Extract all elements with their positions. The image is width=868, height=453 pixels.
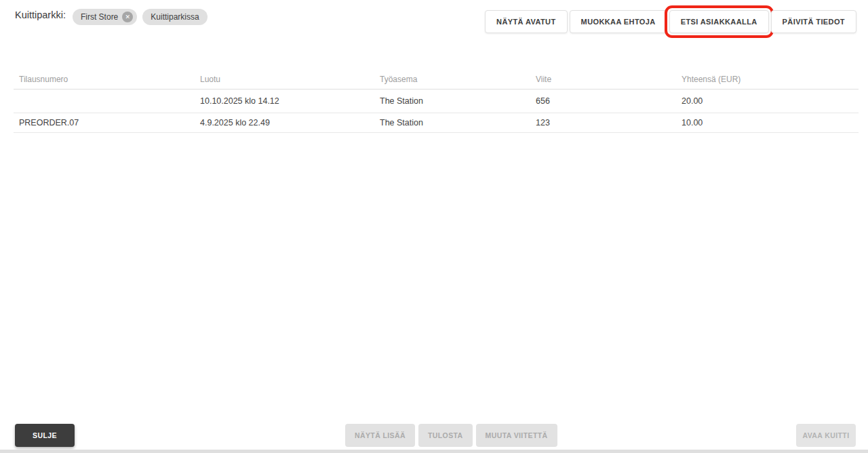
filter-chip-first-store[interactable]: First Store ✕ <box>73 9 137 25</box>
table-cell-tilausnumero: PREORDER.07 <box>14 113 195 132</box>
table-cell-luotu: 4.9.2025 klo 22.49 <box>195 113 374 132</box>
footer-center-buttons: NÄYTÄ LISÄÄ TULOSTA MUUTA VIITETTÄ <box>345 424 557 447</box>
dialog-header: Kuittiparkki: First Store ✕ Kuittiparkis… <box>0 0 868 41</box>
chip-label: First Store <box>81 12 118 22</box>
column-header-yhteensa: Yhteensä (EUR) <box>676 70 859 89</box>
table-row[interactable]: PREORDER.07 4.9.2025 klo 22.49 The Stati… <box>14 113 859 132</box>
table-cell-tyoasema: The Station <box>374 89 530 113</box>
change-reference-button[interactable]: MUUTA VIITETTÄ <box>476 424 557 447</box>
table-cell-viite: 123 <box>530 113 676 132</box>
open-receipt-button[interactable]: AVAA KUITTI <box>796 424 856 447</box>
close-button[interactable]: SULJE <box>15 424 75 447</box>
table-cell-tilausnumero <box>14 89 195 113</box>
table-cell-luotu: 10.10.2025 klo 14.12 <box>195 89 374 113</box>
table-cell-yhteensa: 10.00 <box>676 113 859 132</box>
column-header-viite: Viite <box>530 70 676 89</box>
show-more-button[interactable]: NÄYTÄ LISÄÄ <box>345 424 415 447</box>
print-button[interactable]: TULOSTA <box>418 424 473 447</box>
filter-area: Kuittiparkki: First Store ✕ Kuittiparkis… <box>15 9 213 25</box>
footer-bar: SULJE NÄYTÄ LISÄÄ TULOSTA MUUTA VIITETTÄ… <box>0 424 868 447</box>
table-cell-viite: 656 <box>530 89 676 113</box>
column-header-luotu: Luotu <box>195 70 374 89</box>
bottom-scrollbar <box>0 450 868 453</box>
header-action-buttons: NÄYTÄ AVATUT MUOKKAA EHTOJA ETSI ASIAKKA… <box>485 10 856 33</box>
filter-chip-kuittiparkissa[interactable]: Kuittiparkissa <box>142 9 207 25</box>
search-by-customer-button[interactable]: ETSI ASIAKKAALLA <box>669 10 769 33</box>
refresh-data-button[interactable]: PÄIVITÄ TIEDOT <box>771 10 856 33</box>
orders-table: Tilausnumero Luotu Työasema Viite Yhteen… <box>14 70 859 133</box>
column-header-tilausnumero: Tilausnumero <box>14 70 195 89</box>
close-icon[interactable]: ✕ <box>122 12 133 22</box>
page-title: Kuittiparkki: <box>15 9 66 21</box>
table-cell-yhteensa: 20.00 <box>676 89 859 113</box>
column-header-tyoasema: Työasema <box>374 70 530 89</box>
edit-terms-button[interactable]: MUOKKAA EHTOJA <box>570 10 667 33</box>
chip-label: Kuittiparkissa <box>151 12 199 22</box>
table-header-row: Tilausnumero Luotu Työasema Viite Yhteen… <box>14 70 859 89</box>
table-cell-tyoasema: The Station <box>374 113 530 132</box>
show-open-button[interactable]: NÄYTÄ AVATUT <box>485 10 568 33</box>
table-row[interactable]: 10.10.2025 klo 14.12 The Station 656 20.… <box>14 89 859 113</box>
